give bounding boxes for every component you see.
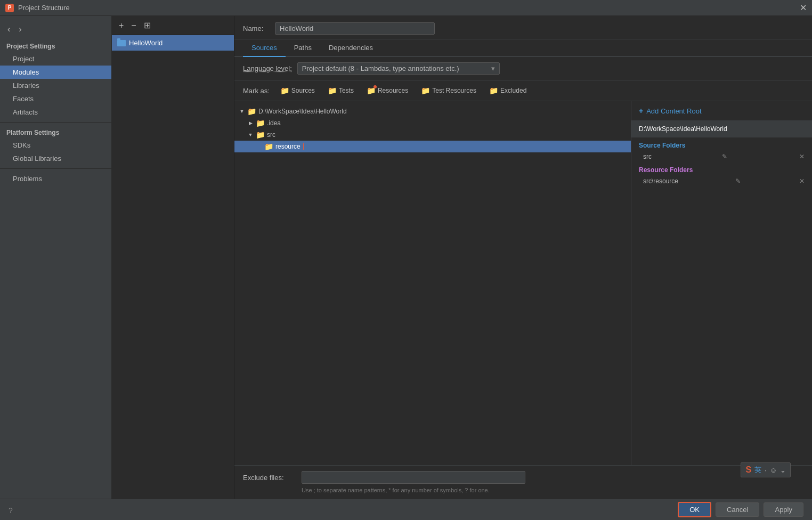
source-folder-path: src xyxy=(643,153,652,160)
module-list-toolbar: + − ⊞ xyxy=(112,16,234,35)
ime-arrow: ⌄ xyxy=(780,466,786,474)
exclude-files-hint: Use ; to separate name patterns, * for a… xyxy=(243,487,803,493)
chevron-down-icon: ▾ xyxy=(491,64,495,72)
sidebar-item-sdks[interactable]: SDKs xyxy=(0,139,111,152)
content-split: ▼ 📁 D:\WorkSpace\Idea\HelloWorld ▶ 📁 .id… xyxy=(234,101,812,465)
module-item-helloworld[interactable]: HelloWorld xyxy=(112,35,234,51)
tree-item-idea[interactable]: ▶ 📁 .idea xyxy=(234,117,631,129)
main-content: Name: HelloWorld Sources Paths Dependenc… xyxy=(234,16,812,499)
exclude-files-label: Exclude files: xyxy=(243,474,296,482)
add-content-root-button[interactable]: + Add Content Root xyxy=(631,101,812,121)
tests-folder-icon: 📁 xyxy=(328,86,337,95)
resource-folder-path: src\resource xyxy=(643,177,678,185)
test-resources-folder-icon: 📁 xyxy=(421,86,430,95)
mark-as-label: Mark as: xyxy=(243,87,270,95)
project-settings-label: Project Settings xyxy=(0,39,111,52)
sidebar: ‹ › Project Settings Project Modules Lib… xyxy=(0,16,112,499)
sources-folder-icon: 📁 xyxy=(280,86,289,95)
title-bar-left: P Project Structure xyxy=(5,4,70,12)
ok-button[interactable]: OK xyxy=(678,502,711,517)
tabs-row: Sources Paths Dependencies xyxy=(234,39,812,57)
plus-icon: + xyxy=(639,107,643,115)
tab-sources[interactable]: Sources xyxy=(243,39,286,57)
resources-folder-icon: 📁 xyxy=(367,86,376,95)
idea-folder-icon: 📁 xyxy=(256,119,265,127)
nav-buttons: ‹ › xyxy=(0,21,111,39)
sidebar-item-libraries[interactable]: Libraries xyxy=(0,79,111,92)
tree-item-resource[interactable]: 📁 resource xyxy=(234,141,631,152)
expand-arrow-src: ▼ xyxy=(247,132,254,137)
file-tree: ▼ 📁 D:\WorkSpace\Idea\HelloWorld ▶ 📁 .id… xyxy=(234,101,631,465)
sidebar-item-project[interactable]: Project xyxy=(0,52,111,66)
edit-resource-folder-icon[interactable]: ✎ xyxy=(735,177,741,185)
tree-item-resource-label: resource xyxy=(275,143,301,150)
right-panel: + Add Content Root D:\WorkSpace\Idea\Hel… xyxy=(631,101,812,465)
sidebar-item-problems[interactable]: Problems xyxy=(0,172,111,185)
resource-folder-item: src\resource ✎ ✕ xyxy=(631,176,812,186)
module-list-area: + − ⊞ HelloWorld xyxy=(112,16,234,499)
sidebar-item-modules[interactable]: Modules xyxy=(0,66,111,79)
add-content-root-label: Add Content Root xyxy=(646,107,701,115)
src-folder-icon: 📁 xyxy=(256,131,265,139)
mark-resources-button[interactable]: 📁 Resources xyxy=(362,85,412,96)
close-button[interactable]: ✕ xyxy=(800,3,807,13)
window-title: Project Structure xyxy=(18,4,70,12)
ime-smile: ☺ xyxy=(770,466,777,474)
back-button[interactable]: ‹ xyxy=(4,23,13,35)
root-folder-icon: 📁 xyxy=(247,107,256,116)
platform-settings-label: Platform Settings xyxy=(0,126,111,139)
main-layout: ‹ › Project Settings Project Modules Lib… xyxy=(0,16,812,499)
sidebar-item-facets[interactable]: Facets xyxy=(0,92,111,105)
ime-s-icon: S xyxy=(745,465,751,475)
source-folder-item: src ✎ ✕ xyxy=(631,151,812,162)
module-folder-icon xyxy=(117,40,126,46)
language-level-value: Project default (8 - Lambdas, type annot… xyxy=(302,64,459,72)
tree-item-idea-label: .idea xyxy=(267,119,281,127)
mark-sources-button[interactable]: 📁 Sources xyxy=(276,85,319,96)
sidebar-item-artifacts[interactable]: Artifacts xyxy=(0,105,111,119)
cursor-indicator xyxy=(303,143,304,150)
copy-module-button[interactable]: ⊞ xyxy=(141,19,153,31)
mark-test-resources-button[interactable]: 📁 Test Resources xyxy=(417,85,481,96)
ime-lang-label: 英 xyxy=(754,465,761,475)
mark-excluded-button[interactable]: 📁 Excluded xyxy=(485,85,531,96)
language-level-row: Language level: Project default (8 - Lam… xyxy=(234,57,812,80)
tab-dependencies[interactable]: Dependencies xyxy=(320,39,381,57)
exclude-row: Exclude files: xyxy=(243,471,803,484)
remove-module-button[interactable]: − xyxy=(128,20,139,31)
help-icon[interactable]: ? xyxy=(9,506,13,515)
tree-item-src[interactable]: ▼ 📁 src xyxy=(234,129,631,141)
expand-arrow-root: ▼ xyxy=(239,109,245,114)
sidebar-item-global-libraries[interactable]: Global Libraries xyxy=(0,152,111,165)
cancel-button[interactable]: Cancel xyxy=(716,502,759,517)
ime-overlay: S 英 · ☺ ⌄ xyxy=(741,462,791,477)
tab-paths[interactable]: Paths xyxy=(286,39,320,57)
app-icon: P xyxy=(5,4,14,12)
mark-tests-button[interactable]: 📁 Tests xyxy=(323,85,358,96)
module-item-label: HelloWorld xyxy=(129,39,163,47)
excluded-folder-icon: 📁 xyxy=(489,86,498,95)
remove-source-folder-icon[interactable]: ✕ xyxy=(799,153,805,160)
footer-bar: ? OK Cancel Apply xyxy=(0,499,812,520)
language-level-select[interactable]: Project default (8 - Lambdas, type annot… xyxy=(297,62,500,75)
add-module-button[interactable]: + xyxy=(116,20,126,31)
expand-arrow-idea: ▶ xyxy=(247,120,254,126)
resource-folders-header: Resource Folders xyxy=(631,162,812,176)
edit-source-folder-icon[interactable]: ✎ xyxy=(722,153,727,160)
sidebar-divider xyxy=(0,122,111,123)
source-folders-header: Source Folders xyxy=(631,137,812,151)
remove-resource-folder-icon[interactable]: ✕ xyxy=(799,177,805,185)
language-level-label: Language level: xyxy=(243,64,292,72)
ime-dot: · xyxy=(765,466,767,474)
forward-button[interactable]: › xyxy=(15,23,25,35)
mark-as-row: Mark as: 📁 Sources 📁 Tests 📁 Resources 📁… xyxy=(234,80,812,101)
apply-button[interactable]: Apply xyxy=(764,502,803,517)
tree-item-root[interactable]: ▼ 📁 D:\WorkSpace\Idea\HelloWorld xyxy=(234,105,631,117)
tree-item-src-label: src xyxy=(267,131,275,139)
tree-item-root-label: D:\WorkSpace\Idea\HelloWorld xyxy=(258,108,347,115)
name-label: Name: xyxy=(243,25,270,32)
content-root-path: D:\WorkSpace\Idea\HelloWorld xyxy=(631,121,812,137)
name-row: Name: HelloWorld xyxy=(234,16,812,39)
name-field[interactable]: HelloWorld xyxy=(275,22,435,35)
exclude-files-input[interactable] xyxy=(302,471,525,484)
